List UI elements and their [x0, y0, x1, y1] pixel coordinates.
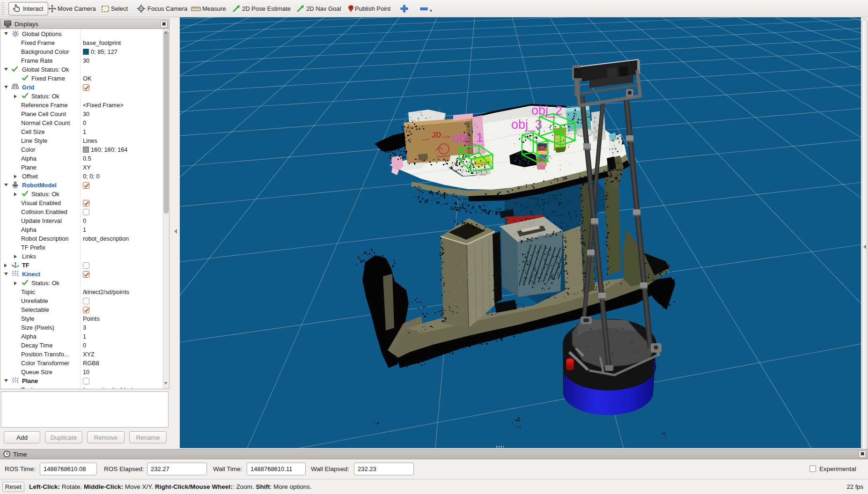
svg-text:obj_1: obj_1 [452, 131, 483, 145]
svg-text:.COM: .COM [442, 135, 450, 139]
svg-text:JD: JD [432, 131, 441, 139]
svg-text:obj_2: obj_2 [531, 103, 562, 118]
svg-text:obj_3: obj_3 [511, 118, 542, 132]
